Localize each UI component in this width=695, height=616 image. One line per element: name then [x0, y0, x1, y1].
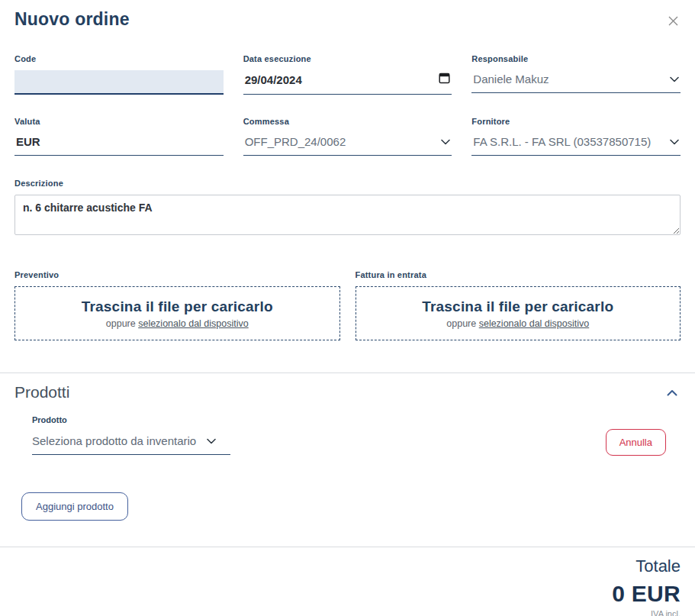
dropzone-subtext: oppure selezionalo dal dispositivo [106, 318, 249, 329]
field-fornitore: Fornitore FA S.R.L. - FA SRL (0353785071… [471, 117, 681, 156]
fornitore-label: Fornitore [471, 117, 681, 126]
field-commessa: Commessa OFF_PRD_24/0062 [243, 117, 452, 156]
preventivo-label: Preventivo [14, 270, 340, 279]
product-select-value: Seleziona prodotto da inventario [32, 434, 196, 447]
responsabile-label: Responsabile [471, 54, 681, 63]
prodotti-header: Prodotti [14, 383, 681, 402]
product-select[interactable]: Seleziona prodotto da inventario [32, 432, 230, 455]
field-data-esecuzione: Data esecuzione 29/04/2024 [243, 54, 452, 95]
commessa-value: OFF_PRD_24/0062 [245, 135, 346, 148]
totals-divider [0, 547, 695, 547]
valuta-field[interactable]: EUR [14, 133, 224, 156]
field-code: Code [14, 54, 224, 95]
select-from-device-link[interactable]: selezionalo dal dispositivo [138, 318, 249, 329]
commessa-label: Commessa [243, 117, 452, 126]
date-value: 29/04/2024 [245, 73, 302, 86]
dropzone-subtext: oppure selezionalo dal dispositivo [446, 318, 589, 329]
total-label: Totale [14, 556, 681, 576]
form-row-1: Code Data esecuzione 29/04/2024 Responsa… [14, 54, 681, 95]
add-product-button[interactable]: Aggiungi prodotto [21, 492, 128, 521]
descrizione-textarea[interactable]: n. 6 chitarre acustiche FA [14, 195, 681, 235]
field-descrizione: Descrizione n. 6 chitarre acustiche FA [14, 179, 681, 238]
oppure-text: oppure [106, 318, 138, 329]
fornitore-select[interactable]: FA S.R.L. - FA SRL (03537850715) [471, 133, 681, 156]
dialog-header: Nuovo ordine [14, 9, 681, 34]
prodotto-label: Prodotto [32, 415, 230, 424]
fornitore-value: FA S.R.L. - FA SRL (03537850715) [473, 135, 651, 148]
chevron-down-icon [207, 434, 216, 447]
totals-section: Totale 0 EUR IVA incl. [14, 556, 681, 616]
chevron-down-icon [441, 134, 450, 148]
responsabile-value: Daniele Makuz [473, 73, 549, 85]
upload-row: Preventivo Trascina il file per caricarl… [14, 270, 681, 340]
chevron-down-icon [670, 72, 679, 85]
chevron-down-icon [670, 134, 679, 148]
data-esecuzione-label: Data esecuzione [243, 54, 452, 63]
commessa-select[interactable]: OFF_PRD_24/0062 [243, 133, 452, 156]
select-from-device-link[interactable]: selezionalo dal dispositivo [479, 318, 590, 329]
descrizione-label: Descrizione [14, 179, 681, 188]
product-row: Prodotto Seleziona prodotto da inventari… [14, 415, 681, 456]
fattura-label: Fattura in entrata [356, 270, 681, 279]
valuta-label: Valuta [14, 117, 224, 126]
dropzone-text: Trascina il file per caricarlo [82, 298, 273, 315]
valuta-value: EUR [16, 135, 40, 148]
upload-fattura: Fattura in entrata Trascina il file per … [356, 270, 681, 340]
collapse-section-button[interactable] [664, 384, 681, 402]
dropzone-text: Trascina il file per caricarlo [422, 298, 613, 315]
page-title: Nuovo ordine [14, 9, 130, 30]
prodotti-section-title: Prodotti [14, 383, 69, 402]
code-label: Code [14, 54, 224, 63]
date-field[interactable]: 29/04/2024 [243, 70, 452, 95]
form-row-2: Valuta EUR Commessa OFF_PRD_24/0062 Forn… [14, 117, 681, 156]
field-responsabile: Responsabile Daniele Makuz [471, 54, 681, 95]
responsabile-select[interactable]: Daniele Makuz [471, 70, 681, 93]
fattura-dropzone[interactable]: Trascina il file per caricarlo oppure se… [356, 286, 681, 340]
close-x-glyph [668, 15, 679, 27]
chevron-up-icon [667, 389, 677, 396]
oppure-text: oppure [446, 318, 478, 329]
close-icon[interactable] [666, 9, 681, 34]
calendar-icon[interactable] [439, 72, 450, 87]
preventivo-dropzone[interactable]: Trascina il file per caricarlo oppure se… [14, 286, 340, 340]
field-valuta: Valuta EUR [14, 117, 224, 156]
cancel-product-button[interactable]: Annulla [606, 429, 666, 456]
field-prodotto: Prodotto Seleziona prodotto da inventari… [32, 415, 230, 455]
new-order-dialog: Nuovo ordine Code Data esecuzione 29/04/… [0, 0, 695, 616]
upload-preventivo: Preventivo Trascina il file per caricarl… [14, 270, 340, 340]
total-vat-note: IVA incl. [14, 609, 681, 616]
section-divider [0, 373, 695, 373]
code-input[interactable] [14, 70, 224, 95]
total-value: 0 EUR [14, 581, 681, 607]
